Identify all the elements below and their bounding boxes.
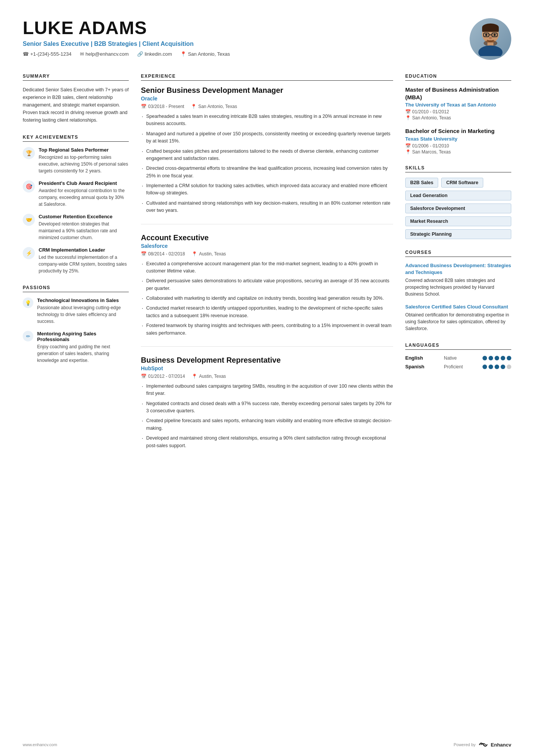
linkedin-icon: 🔗: [137, 51, 143, 57]
course-2-desc: Obtained certification for demonstrating…: [405, 311, 511, 332]
svg-point-7: [493, 34, 496, 36]
pin-icon: 📍: [192, 251, 197, 257]
bullet: Negotiated contracts and closed deals wi…: [141, 400, 393, 415]
achievement-4: ⚡ CRM Implementation Leader Led the succ…: [23, 247, 129, 274]
bullet: Crafted bespoke sales pitches and presen…: [141, 148, 393, 163]
lightning-icon: ⚡: [23, 247, 35, 259]
bullet: Cultivated and maintained strong relatio…: [141, 200, 393, 214]
dot: [482, 365, 487, 369]
summary-title: SUMMARY: [23, 74, 129, 81]
email-text: help@enhancv.com: [86, 51, 129, 57]
svg-point-6: [485, 34, 487, 36]
header-left: LUKE ADAMS Senior Sales Executive | B2B …: [23, 18, 230, 57]
pin-icon: 📍: [191, 104, 197, 109]
skill-leadgen: Lead Generation: [405, 191, 511, 200]
dot: [489, 356, 493, 360]
job-3-location: Austin, Texas: [199, 374, 226, 379]
lang-english-level: Native: [444, 355, 470, 361]
achievement-3-desc: Developed retention strategies that main…: [39, 221, 129, 241]
job-1-meta: 📅 03/2018 - Present 📍 San Antonio, Texas: [141, 104, 393, 109]
lang-english: English Native: [405, 355, 511, 361]
job-2-company: Salesforce: [141, 243, 393, 249]
linkedin-text: linkedin.com: [145, 51, 172, 57]
dot: [495, 356, 499, 360]
enhancv-logo: Powered by Enhancv: [454, 741, 511, 748]
job-2-meta: 📅 08/2014 - 02/2018 📍 Austin, Texas: [141, 251, 393, 257]
lightbulb-icon: 💡: [23, 297, 33, 308]
skill-b2b: B2B Sales: [405, 178, 438, 188]
experience-title: EXPERIENCE: [141, 74, 393, 81]
calendar-icon: 📅: [141, 374, 147, 379]
job-3-bullets: Implemented outbound sales campaigns tar…: [141, 383, 393, 449]
bullet: Collaborated with marketing to identify …: [141, 295, 393, 302]
job-2-location: Austin, Texas: [199, 251, 226, 257]
job-3: Business Development Representative HubS…: [141, 356, 393, 459]
education-title: EDUCATION: [405, 74, 511, 81]
bullet: Executed a comprehensive account managem…: [141, 260, 393, 275]
candidate-title: Senior Sales Executive | B2B Strategies …: [23, 41, 230, 47]
job-3-meta: 📅 01/2012 - 07/2014 📍 Austin, Texas: [141, 374, 393, 379]
svg-point-11: [478, 45, 503, 56]
edu-1-meta: 📅 01/2010 - 01/2012 📍 San Antonio, Texas: [405, 109, 511, 121]
brand-name: Enhancv: [491, 742, 511, 748]
location-text: San Antonio, Texas: [188, 51, 230, 57]
skill-crm: CRM Software: [441, 178, 483, 188]
courses-title: COURSES: [405, 250, 511, 257]
candidate-name: LUKE ADAMS: [23, 18, 230, 38]
bullet: Fostered teamwork by sharing insights an…: [141, 322, 393, 337]
job-1-title: Senior Business Development Manager: [141, 86, 393, 95]
course-2: Salesforce Certified Sales Cloud Consult…: [405, 304, 511, 332]
dot: [489, 365, 493, 369]
edu-1-school: The University of Texas at San Antonio: [405, 102, 511, 108]
lang-english-name: English: [405, 355, 432, 361]
skills-title: SKILLS: [405, 165, 511, 172]
achievement-4-title: CRM Implementation Leader: [39, 247, 129, 253]
contact-linkedin: 🔗 linkedin.com: [137, 51, 172, 57]
middle-column: EXPERIENCE Senior Business Development M…: [141, 74, 393, 468]
edu-2-meta: 📅 01/2006 - 01/2010 📍 San Marcos, Texas: [405, 143, 511, 155]
bullet: Created pipeline forecasts and sales rep…: [141, 417, 393, 432]
achievement-2-title: President's Club Award Recipient: [39, 180, 129, 186]
skills-section: SKILLS B2B Sales CRM Software Lead Gener…: [405, 165, 511, 239]
job-2: Account Executive Salesforce 📅 08/2014 -…: [141, 233, 393, 347]
lang-spanish: Spanish Proficient: [405, 364, 511, 369]
location-icon: 📍: [180, 51, 186, 57]
bullet: Implemented outbound sales campaigns tar…: [141, 383, 393, 398]
skill-salesforce: Salesforce Development: [405, 203, 511, 213]
pencil-icon: ✏: [23, 331, 33, 341]
passion-1-title: Technological Innovations in Sales: [37, 297, 129, 303]
job-2-bullets: Executed a comprehensive account managem…: [141, 260, 393, 337]
main-content: SUMMARY Dedicated Senior Sales Executive…: [23, 74, 511, 468]
achievement-3: 🤝 Customer Retention Excellence Develope…: [23, 214, 129, 241]
pin-icon: 📍: [192, 374, 197, 379]
courses-section: COURSES Advanced Business Development: S…: [405, 250, 511, 332]
edu-2-degree: Bachelor of Science in Marketing: [405, 127, 511, 135]
phone-icon: ☎: [23, 51, 29, 57]
footer-website: www.enhancv.com: [23, 742, 57, 747]
bullet: Conducted market research to identify un…: [141, 305, 393, 319]
calendar-icon: 📅: [141, 104, 147, 109]
course-1: Advanced Business Development: Strategie…: [405, 262, 511, 297]
passion-1: 💡 Technological Innovations in Sales Pas…: [23, 297, 129, 325]
dot: [495, 365, 499, 369]
svg-point-8: [489, 37, 492, 39]
job-1-location: San Antonio, Texas: [198, 104, 237, 109]
passion-2-title: Mentoring Aspiring Sales Professionals: [37, 331, 129, 342]
achievement-1-title: Top Regional Sales Performer: [39, 147, 129, 153]
skill-strategic: Strategic Planning: [405, 229, 511, 239]
job-3-title: Business Development Representative: [141, 356, 393, 365]
bullet: Implemented a CRM solution for tracking …: [141, 182, 393, 197]
job-1-date: 03/2018 - Present: [148, 104, 184, 109]
languages-section: LANGUAGES English Native Spanish Profici…: [405, 343, 511, 369]
passion-1-desc: Passionate about leveraging cutting-edge…: [37, 304, 129, 325]
lang-spanish-dots: [482, 365, 511, 369]
bullet: Delivered persuasive sales demonstration…: [141, 277, 393, 292]
bullet: Spearheaded a sales team in executing in…: [141, 113, 393, 128]
achievements-section: KEY ACHIEVEMENTS 🏆 Top Regional Sales Pe…: [23, 135, 129, 274]
edu-1: Master of Business Administration (MBA) …: [405, 86, 511, 121]
job-1: Senior Business Development Manager Orac…: [141, 86, 393, 224]
job-1-bullets: Spearheaded a sales team in executing in…: [141, 113, 393, 214]
email-icon: ✉: [80, 51, 84, 57]
right-column: EDUCATION Master of Business Administrat…: [405, 74, 511, 468]
achievement-1: 🏆 Top Regional Sales Performer Recognize…: [23, 147, 129, 174]
